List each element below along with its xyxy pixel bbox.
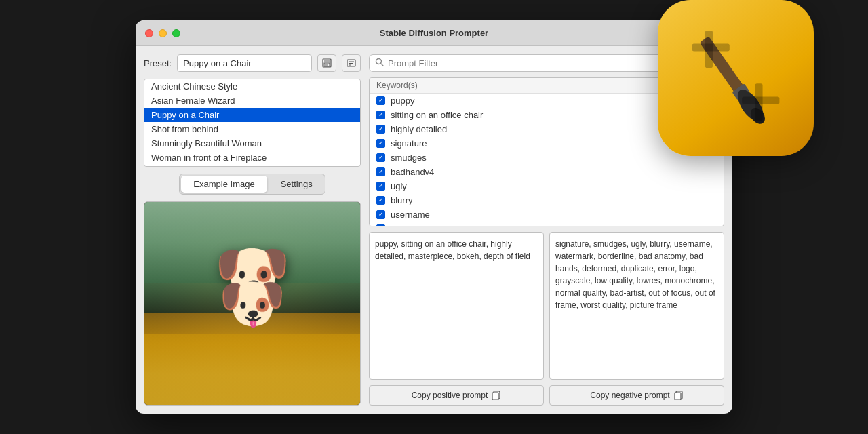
keyword-label: watermark: [391, 224, 432, 226]
prompts-area: puppy, sitting on an office chair, highl…: [369, 232, 724, 380]
keyword-checkbox[interactable]: [376, 224, 385, 226]
preset-label: Preset:: [144, 58, 172, 68]
svg-rect-5: [705, 31, 713, 68]
search-icon: [375, 58, 384, 68]
tab-example-image[interactable]: Example Image: [181, 176, 267, 193]
keyword-label: smudges: [391, 153, 427, 163]
example-image: 🐶: [144, 202, 360, 405]
keyword-row[interactable]: watermark: [370, 222, 724, 226]
keyword-row[interactable]: ugly: [370, 179, 724, 193]
keyword-checkbox[interactable]: [376, 125, 385, 134]
keyword-checkbox[interactable]: [376, 196, 385, 205]
copy-positive-button[interactable]: Copy positive prompt: [369, 385, 544, 406]
maximize-button[interactable]: [172, 29, 180, 37]
list-item[interactable]: Ancient Chinese Style: [144, 79, 360, 94]
main-window: Stable Diffusion Prompter Preset:: [136, 20, 732, 414]
close-button[interactable]: [145, 29, 153, 37]
svg-rect-9: [324, 59, 330, 62]
list-item[interactable]: Asian Female Wizard: [144, 94, 360, 108]
load-preset-button[interactable]: [342, 54, 361, 72]
copy-btn-row: Copy positive prompt Copy negative promp…: [369, 385, 724, 406]
traffic-lights: [145, 29, 180, 37]
svg-rect-7: [755, 83, 763, 121]
copy-negative-button[interactable]: Copy negative prompt: [549, 385, 724, 406]
keyword-label: signature: [391, 138, 427, 149]
negative-prompt-box: signature, smudges, ugly, blurry, userna…: [549, 232, 724, 380]
keyword-checkbox[interactable]: [376, 111, 385, 119]
app-icon: [658, 0, 814, 156]
list-item[interactable]: Woman in front of a Fireplace: [144, 151, 360, 165]
keyword-label: sitting on an office chair: [391, 110, 483, 120]
left-panel: Preset:: [144, 54, 361, 406]
keyword-checkbox[interactable]: [376, 96, 385, 105]
keyword-checkbox[interactable]: [376, 153, 385, 162]
tab-bar: Example Image Settings: [179, 174, 325, 195]
list-item[interactable]: Stunningly Beautiful Woman: [144, 136, 360, 151]
keyword-label: blurry: [391, 195, 413, 205]
preset-input[interactable]: [177, 54, 312, 72]
keyword-label: puppy: [391, 96, 414, 106]
keyword-checkbox[interactable]: [376, 139, 385, 148]
keyword-row[interactable]: badhandv4: [370, 165, 724, 179]
positive-prompt-box: puppy, sitting on an office chair, highl…: [369, 232, 544, 380]
save-preset-button[interactable]: [317, 54, 336, 72]
example-image-container: 🐶: [144, 201, 361, 406]
keyword-label: badhandv4: [391, 167, 434, 177]
keyword-label: username: [391, 210, 430, 220]
keyword-row[interactable]: blurry: [370, 193, 724, 208]
list-item[interactable]: Woman in front of a Fireplace (Dreamshap…: [144, 165, 360, 167]
window-title: Stable Diffusion Prompter: [380, 28, 488, 38]
list-item[interactable]: Shot from behind: [144, 122, 360, 136]
window-content: Preset:: [136, 46, 732, 414]
svg-rect-21: [675, 393, 681, 400]
list-item-selected[interactable]: Puppy on a Chair: [144, 108, 360, 122]
keyword-label: ugly: [391, 181, 407, 191]
svg-rect-19: [492, 393, 498, 400]
tab-settings[interactable]: Settings: [269, 174, 325, 194]
preset-list[interactable]: Ancient Chinese Style Asian Female Wizar…: [144, 79, 361, 167]
svg-line-17: [381, 64, 384, 66]
keyword-label: highly detailed: [391, 124, 447, 134]
minimize-button[interactable]: [159, 29, 167, 37]
keyword-row[interactable]: username: [370, 208, 724, 222]
keyword-checkbox[interactable]: [376, 182, 385, 191]
keyword-checkbox[interactable]: [376, 167, 385, 176]
preset-row: Preset:: [144, 54, 361, 72]
svg-rect-11: [326, 64, 328, 66]
titlebar: Stable Diffusion Prompter: [136, 20, 732, 46]
keyword-checkbox[interactable]: [376, 210, 385, 219]
